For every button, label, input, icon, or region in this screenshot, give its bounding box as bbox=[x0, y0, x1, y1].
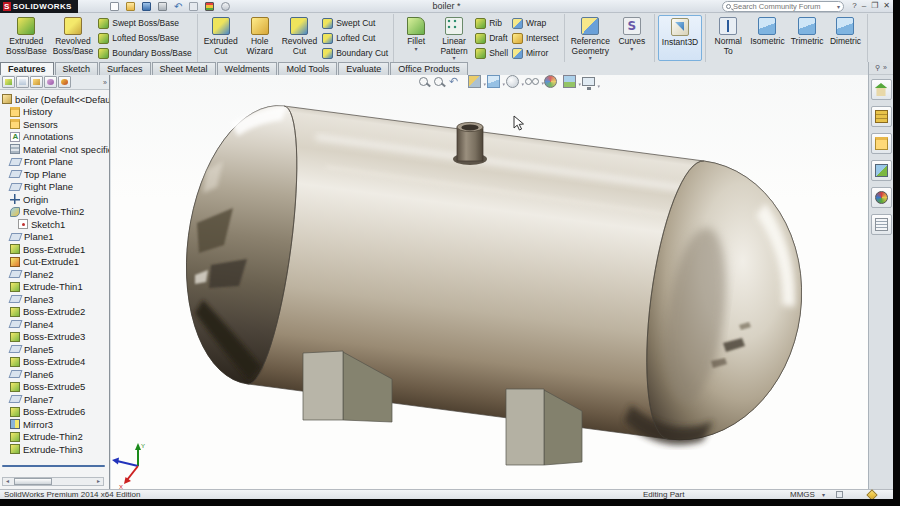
zoom-fit-icon[interactable] bbox=[419, 77, 428, 86]
tab-office-products[interactable]: Office Products bbox=[390, 62, 467, 75]
scroll-right-icon[interactable]: ▸ bbox=[94, 478, 103, 485]
dropdown-arrow-icon[interactable]: ▾ bbox=[578, 81, 581, 87]
dropdown-arrow-icon[interactable]: ▾ bbox=[589, 56, 592, 61]
tree-item[interactable]: Top Plane bbox=[0, 168, 109, 181]
restore-button[interactable]: ❐ bbox=[871, 1, 878, 11]
dropdown-arrow-icon[interactable]: ▾ bbox=[630, 47, 633, 52]
draft-button[interactable]: Draft bbox=[475, 31, 508, 45]
normal-to-button[interactable]: Normal To bbox=[709, 15, 747, 61]
units-dropdown-icon[interactable]: ▾ bbox=[822, 491, 825, 498]
apply-scene-icon[interactable]: ▾ bbox=[563, 75, 576, 88]
rib-button[interactable]: Rib bbox=[475, 16, 508, 30]
view-orientation-icon[interactable]: ▾ bbox=[487, 75, 500, 88]
isometric-button[interactable]: Isometric bbox=[747, 15, 787, 61]
dropdown-arrow-icon[interactable]: ▾ bbox=[483, 81, 486, 87]
hole-wizard-button[interactable]: Hole Wizard bbox=[241, 15, 279, 61]
panel-chevron-icon[interactable]: » bbox=[103, 79, 107, 86]
extruded-cut-button[interactable]: Extruded Cut bbox=[201, 15, 241, 61]
design-library-button[interactable] bbox=[871, 106, 892, 127]
tab-evaluate[interactable]: Evaluate bbox=[338, 62, 389, 75]
tree-item[interactable]: Sensors bbox=[0, 118, 109, 131]
last-view-icon[interactable]: ↶ bbox=[449, 75, 462, 88]
tree-item[interactable]: Mirror3 bbox=[0, 418, 109, 431]
dropdown-arrow-icon[interactable]: ▾ bbox=[597, 83, 600, 89]
hide-show-icon[interactable]: ▾ bbox=[525, 75, 538, 88]
tree-item[interactable]: History bbox=[0, 106, 109, 119]
curves-button[interactable]: Curves▾ bbox=[613, 15, 651, 61]
dropdown-arrow-icon[interactable]: ▾ bbox=[502, 81, 505, 87]
linear-pattern-button[interactable]: Linear Pattern▾ bbox=[435, 15, 473, 61]
extruded-boss-button[interactable]: Extruded Boss/Base bbox=[3, 15, 50, 61]
instant3d-button[interactable]: Instant3D bbox=[658, 15, 702, 61]
scroll-thumb[interactable] bbox=[14, 478, 52, 485]
lofted-cut-button[interactable]: Lofted Cut bbox=[322, 31, 388, 45]
tree-item[interactable]: Boss-Extrude4 bbox=[0, 356, 109, 369]
revolved-cut-button[interactable]: Revolved Cut bbox=[279, 15, 320, 61]
configuration-manager-tab-icon[interactable] bbox=[30, 76, 43, 88]
view-settings-icon[interactable]: ▾ bbox=[582, 77, 595, 86]
rollback-bar[interactable] bbox=[2, 465, 105, 467]
tree-item[interactable]: Plane5 bbox=[0, 343, 109, 356]
tree-item[interactable]: Annotations bbox=[0, 131, 109, 144]
tree-item[interactable]: Boss-Extrude3 bbox=[0, 331, 109, 344]
tree-item[interactable]: Boss-Extrude6 bbox=[0, 406, 109, 419]
tree-item[interactable]: Extrude-Thin3 bbox=[0, 443, 109, 456]
tree-item[interactable]: Boss-Extrude2 bbox=[0, 306, 109, 319]
tab-mold-tools[interactable]: Mold Tools bbox=[278, 62, 337, 75]
tree-item[interactable]: Revolve-Thin2 bbox=[0, 206, 109, 219]
tab-weldments[interactable]: Weldments bbox=[217, 62, 278, 75]
status-icon[interactable] bbox=[836, 491, 843, 498]
tree-item[interactable]: Material <not specified> bbox=[0, 143, 109, 156]
units-label[interactable]: MMGS bbox=[790, 490, 815, 499]
trimetric-button[interactable]: Trimetric bbox=[788, 15, 827, 61]
tree-item[interactable]: Extrude-Thin1 bbox=[0, 281, 109, 294]
close-button[interactable]: ✕ bbox=[883, 1, 890, 11]
tab-surfaces[interactable]: Surfaces bbox=[99, 62, 151, 75]
tree-item[interactable]: Sketch1 bbox=[0, 218, 109, 231]
appearances-button[interactable] bbox=[871, 187, 892, 208]
file-explorer-button[interactable] bbox=[871, 133, 892, 154]
tab-sheet-metal[interactable]: Sheet Metal bbox=[152, 62, 216, 75]
swept-boss-button[interactable]: Swept Boss/Base bbox=[98, 16, 191, 30]
tree-item[interactable]: Boss-Extrude5 bbox=[0, 381, 109, 394]
edit-appearance-icon[interactable] bbox=[544, 75, 557, 88]
tank-nozzle[interactable] bbox=[453, 122, 487, 165]
intersect-button[interactable]: Intersect bbox=[512, 31, 559, 45]
search-input[interactable] bbox=[733, 2, 835, 11]
fillet-button[interactable]: Fillet▾ bbox=[397, 15, 435, 61]
swept-cut-button[interactable]: Swept Cut bbox=[322, 16, 388, 30]
search-box[interactable]: ▾ bbox=[722, 1, 844, 12]
tree-item[interactable]: Plane3 bbox=[0, 293, 109, 306]
scroll-left-icon[interactable]: ◂ bbox=[3, 478, 12, 485]
tab-features[interactable]: Features bbox=[0, 62, 54, 75]
dimxpert-manager-tab-icon[interactable] bbox=[44, 76, 57, 88]
custom-properties-button[interactable] bbox=[871, 214, 892, 235]
tree-item[interactable]: Origin bbox=[0, 193, 109, 206]
pin-icon[interactable]: ⚲ bbox=[875, 64, 880, 72]
solidworks-resources-button[interactable] bbox=[871, 79, 892, 100]
wrap-button[interactable]: Wrap bbox=[512, 16, 559, 30]
tree-item[interactable]: Extrude-Thin2 bbox=[0, 431, 109, 444]
shell-button[interactable]: Shell bbox=[475, 46, 508, 60]
search-dropdown-icon[interactable]: ▾ bbox=[837, 3, 840, 10]
help-button[interactable]: ? bbox=[852, 1, 856, 11]
dropdown-arrow-icon[interactable]: ▾ bbox=[415, 47, 418, 52]
tree-item[interactable]: Right Plane bbox=[0, 181, 109, 194]
tree-item[interactable]: Plane1 bbox=[0, 231, 109, 244]
tree-item[interactable]: Cut-Extrude1 bbox=[0, 256, 109, 269]
tree-item[interactable]: Plane6 bbox=[0, 368, 109, 381]
tree-item[interactable]: Boss-Extrude1 bbox=[0, 243, 109, 256]
zoom-area-icon[interactable] bbox=[434, 77, 443, 86]
dimetric-button[interactable]: Dimetric bbox=[826, 15, 864, 61]
dropdown-arrow-icon[interactable]: ▾ bbox=[521, 81, 524, 87]
lofted-boss-button[interactable]: Lofted Boss/Base bbox=[98, 31, 191, 45]
collapse-icon[interactable]: » bbox=[883, 64, 887, 72]
section-view-icon[interactable]: ▾ bbox=[468, 75, 481, 88]
boundary-boss-button[interactable]: Boundary Boss/Base bbox=[98, 46, 191, 60]
revolved-boss-button[interactable]: Revolved Boss/Base bbox=[50, 15, 97, 61]
dropdown-arrow-icon[interactable]: ▾ bbox=[453, 56, 456, 61]
tree-item[interactable]: Plane4 bbox=[0, 318, 109, 331]
view-palette-button[interactable] bbox=[871, 160, 892, 181]
minimize-button[interactable]: – bbox=[862, 1, 866, 11]
display-style-icon[interactable]: ▾ bbox=[506, 75, 519, 88]
